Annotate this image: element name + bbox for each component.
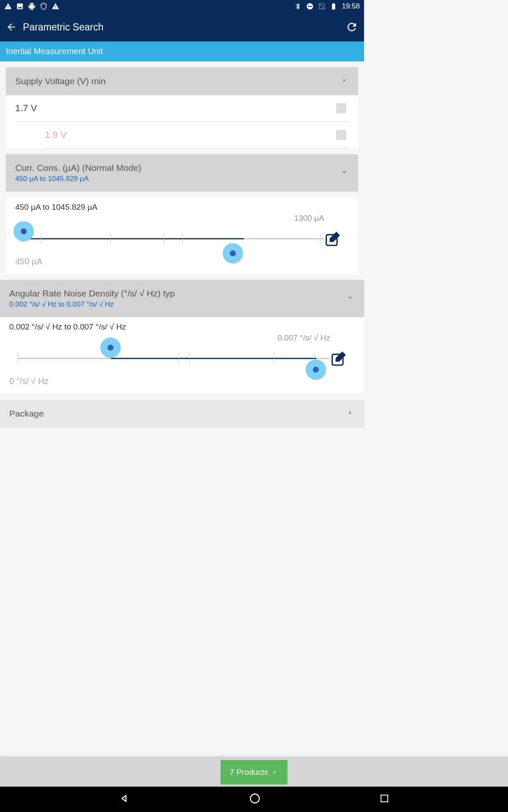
curr-cons-subtitle: 450 µA to 1045.829 µA (15, 175, 141, 183)
battery-icon (330, 3, 337, 10)
angular-rate-max-label: 0.007 °/s/ √ Hz (277, 333, 330, 343)
curr-cons-slider[interactable] (15, 225, 349, 254)
status-bar: 19:58 (0, 0, 364, 13)
no-sim-icon (318, 3, 326, 10)
category-title: Inertial Measurement Unit (0, 41, 364, 61)
angular-rate-header[interactable]: Angular Rate Noise Density (°/s/ √ Hz) t… (0, 280, 364, 317)
curr-cons-header[interactable]: Curr. Cons. (µA) (Normal Mode) 450 µA to… (6, 154, 358, 192)
angular-rate-min-label: 0 °/s/ √ Hz (9, 376, 355, 386)
slider-thumb-max[interactable] (306, 359, 326, 380)
chevron-down-icon (345, 293, 355, 304)
angular-rate-subtitle: 0.002 °/s/ √ Hz to 0.007 °/s/ √ Hz (9, 300, 175, 309)
checkbox[interactable] (336, 130, 346, 140)
warning-icon (52, 3, 59, 10)
svg-rect-1 (308, 6, 312, 7)
voltage-option-1[interactable]: 1.7 V (15, 95, 349, 122)
chevron-down-icon (340, 76, 349, 87)
app-title: Parametric Search (23, 22, 345, 33)
voltage-option-2[interactable]: 1.9 V (45, 122, 349, 148)
app-bar: Parametric Search (0, 13, 364, 41)
status-time: 19:58 (342, 2, 360, 11)
warning-icon (4, 3, 12, 10)
edit-button[interactable] (330, 351, 346, 367)
image-icon (16, 3, 24, 10)
voltage-label-2: 1.9 V (45, 129, 66, 140)
edit-button[interactable] (324, 231, 340, 247)
slider-thumb-min[interactable] (100, 337, 121, 358)
chevron-down-icon (340, 167, 349, 178)
bluetooth-icon (294, 3, 302, 10)
back-button[interactable] (6, 22, 17, 33)
android-icon (28, 3, 36, 10)
angular-rate-title: Angular Rate Noise Density (°/s/ √ Hz) t… (9, 288, 175, 299)
checkbox[interactable] (336, 103, 346, 113)
curr-cons-max-label: 1300 µA (294, 214, 324, 223)
package-title: Package (9, 409, 44, 419)
supply-voltage-title: Supply Voltage (V) min (15, 76, 106, 86)
curr-cons-min-label: 450 µA (15, 257, 349, 266)
slider-thumb-min[interactable] (14, 221, 34, 241)
package-header[interactable]: Package (0, 400, 364, 428)
slider-thumb-max[interactable] (223, 243, 243, 263)
refresh-button[interactable] (345, 21, 358, 33)
curr-cons-title: Curr. Cons. (µA) (Normal Mode) (15, 163, 141, 173)
supply-voltage-header[interactable]: Supply Voltage (V) min (6, 67, 358, 95)
dnd-icon (306, 3, 314, 10)
shield-icon (40, 3, 47, 10)
chevron-right-icon (345, 408, 355, 419)
voltage-label-1: 1.7 V (15, 103, 37, 114)
angular-rate-range-label: 0.002 °/s/ √ Hz to 0.007 °/s/ √ Hz (9, 322, 355, 332)
angular-rate-slider[interactable] (9, 344, 355, 374)
curr-cons-range-label: 450 µA to 1045.829 µA (15, 203, 349, 212)
